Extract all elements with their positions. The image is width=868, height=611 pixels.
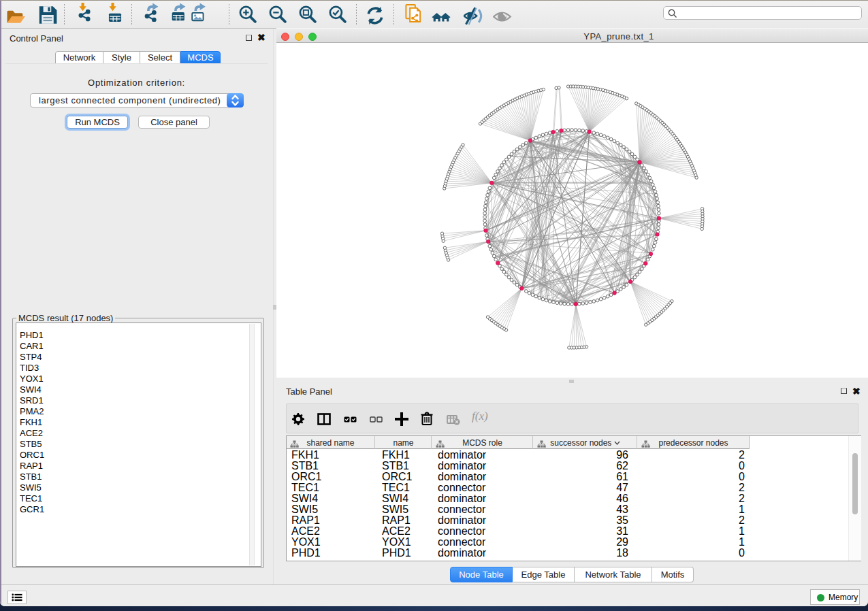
svg-text:f(x): f(x) xyxy=(472,410,488,423)
